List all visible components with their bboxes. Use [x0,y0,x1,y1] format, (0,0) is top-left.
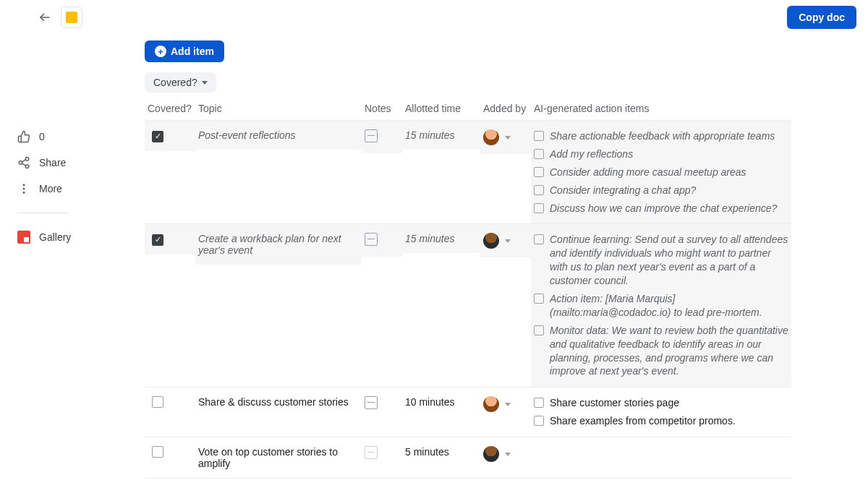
action-item: Consider adding more casual meetup areas [534,166,788,179]
cell-allotted-time[interactable]: 15 minutes [402,120,480,150]
cell-ai-actions: Continue learning: Send out a survey to … [531,223,791,387]
plus-circle-icon: + [155,46,166,57]
svg-point-7 [23,188,25,190]
cell-allotted-time[interactable]: 15 minutes [402,223,480,253]
action-checkbox[interactable] [534,398,544,408]
action-text[interactable]: Add my reflections [550,147,633,161]
group-by-label: Covered? [153,77,197,88]
notes-icon[interactable] [365,129,378,142]
cell-topic[interactable]: Vote on top customer stories to amplify [195,437,362,478]
col-ai-actions[interactable]: AI-generated action items [531,98,791,120]
avatar[interactable] [483,446,499,462]
action-item: Consider integrating a chat app? [534,184,788,197]
covered-checkbox[interactable] [152,396,163,408]
action-text[interactable]: Consider adding more casual meetup areas [550,166,746,179]
col-added-by[interactable]: Added by [480,98,531,120]
cell-ai-actions: Share actionable feedback with appropria… [531,120,791,223]
action-text[interactable]: Continue learning: Send out a survey to … [550,233,788,288]
action-checkbox[interactable] [534,416,544,426]
more-label: More [39,183,62,194]
sidebar-more[interactable]: More [17,182,87,195]
cell-allotted-time[interactable]: 5 minutes [402,437,480,466]
cell-added-by [480,120,531,154]
action-item: Discuss how we can improve the chat expe… [534,202,788,215]
covered-checkbox[interactable] [152,131,163,142]
chevron-down-icon[interactable] [505,403,511,406]
cell-covered [145,387,195,419]
covered-checkbox[interactable] [152,234,163,246]
cell-ai-actions: Share customer stories pageShare example… [531,387,791,437]
cell-added-by [480,387,531,421]
sidebar-share[interactable]: Share [17,156,87,169]
action-text[interactable]: Consider integrating a chat app? [550,184,696,197]
sidebar-divider [17,213,68,213]
action-checkbox[interactable] [534,149,544,159]
action-checkbox[interactable] [534,167,544,177]
cell-ai-actions [531,437,791,455]
cell-topic[interactable]: Create a workback plan for next year's e… [195,223,362,265]
chevron-down-icon[interactable] [505,239,511,243]
action-text[interactable]: Discuss how we can improve the chat expe… [550,202,777,215]
svg-point-6 [23,184,25,186]
action-text[interactable]: Action item: [Maria Marquis] (mailto:mar… [550,292,788,320]
share-icon [17,156,30,169]
svg-line-5 [22,160,25,162]
action-text[interactable]: Share customer stories page [550,396,679,410]
action-item: Monitor data: We want to review both the… [534,324,788,379]
action-item: Action item: [Maria Marquis] (mailto:mar… [534,292,788,320]
col-notes[interactable]: Notes [362,98,402,120]
action-text[interactable]: Share examples from competitor promos. [550,414,736,428]
action-checkbox[interactable] [534,234,544,244]
svg-line-4 [22,163,25,166]
col-topic[interactable]: Topic [195,98,362,120]
action-checkbox[interactable] [534,131,544,141]
cell-allotted-time[interactable]: 10 minutes [402,387,480,416]
svg-point-8 [23,192,25,194]
copy-doc-button[interactable]: Copy doc [787,6,856,29]
action-text[interactable]: Share actionable feedback with appropria… [550,129,775,143]
covered-checkbox[interactable] [152,446,163,458]
add-item-button[interactable]: + Add item [145,40,224,62]
more-vertical-icon [17,182,30,195]
cell-added-by [480,223,531,257]
likes-count: 0 [39,131,45,142]
chevron-down-icon[interactable] [505,453,511,456]
sidebar-gallery[interactable]: Gallery [17,231,87,244]
cell-topic[interactable]: Post-event reflections [195,120,362,150]
notes-icon[interactable] [365,446,378,459]
cell-topic[interactable]: Share & discuss customer stories [195,387,362,416]
action-item: Share customer stories page [534,396,788,410]
action-item: Share examples from competitor promos. [534,414,788,428]
share-label: Share [39,157,66,168]
col-allotted[interactable]: Allotted time [402,98,480,120]
cell-notes [362,437,402,470]
action-checkbox[interactable] [534,203,544,213]
doc-icon[interactable] [61,7,82,28]
gallery-icon [17,231,30,244]
cell-covered [145,223,195,254]
action-item: Share actionable feedback with appropria… [534,129,788,143]
cell-covered [145,120,195,151]
cell-notes [362,120,402,153]
action-text[interactable]: Monitor data: We want to review both the… [550,324,788,379]
action-checkbox[interactable] [534,185,544,195]
sidebar-likes[interactable]: 0 [17,130,87,143]
main-content: + Add item Covered? Covered? Topic Notes… [145,35,839,488]
chevron-down-icon[interactable] [505,136,511,140]
action-checkbox[interactable] [534,294,544,304]
avatar[interactable] [483,233,499,249]
back-arrow-icon[interactable] [38,10,52,25]
agenda-table: Covered? Topic Notes Allotted time Added… [145,98,839,488]
top-bar: Copy doc [0,0,868,35]
notes-icon[interactable] [365,396,378,409]
add-row-button[interactable]: + [145,478,791,488]
col-covered[interactable]: Covered? [145,98,195,120]
add-item-label: Add item [171,46,214,57]
avatar[interactable] [483,396,499,412]
action-item: Continue learning: Send out a survey to … [534,233,788,288]
avatar[interactable] [483,129,499,145]
top-bar-left [38,7,82,28]
group-by-chip[interactable]: Covered? [145,72,216,93]
notes-icon[interactable] [365,233,378,246]
action-checkbox[interactable] [534,325,544,335]
